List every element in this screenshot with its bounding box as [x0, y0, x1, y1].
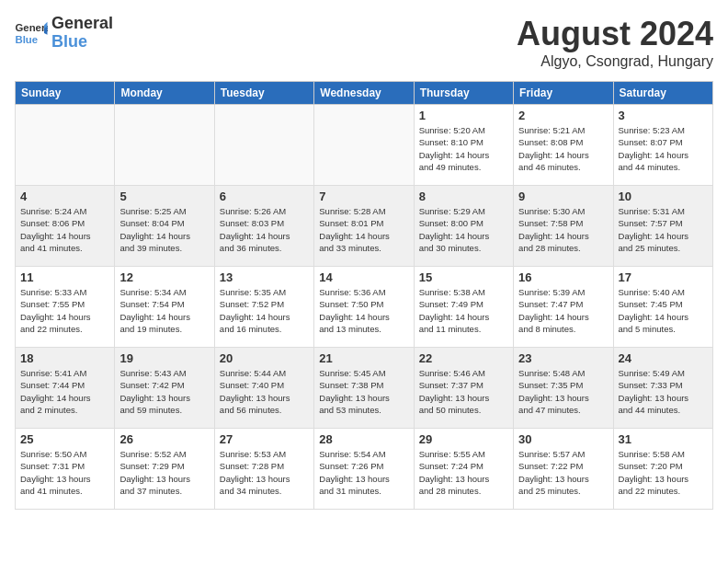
calendar-cell: 22Sunrise: 5:46 AM Sunset: 7:37 PM Dayli…	[414, 348, 513, 429]
logo-text: General Blue	[51, 15, 113, 52]
day-number: 18	[20, 351, 109, 365]
weekday-header-sunday: Sunday	[16, 82, 115, 105]
calendar-cell: 7Sunrise: 5:28 AM Sunset: 8:01 PM Daylig…	[314, 186, 414, 267]
calendar-cell	[314, 105, 414, 186]
calendar-table: SundayMondayTuesdayWednesdayThursdayFrid…	[15, 81, 713, 510]
day-info: Sunrise: 5:28 AM Sunset: 8:01 PM Dayligh…	[319, 205, 408, 254]
day-info: Sunrise: 5:55 AM Sunset: 7:24 PM Dayligh…	[419, 448, 508, 497]
day-number: 19	[119, 351, 209, 365]
calendar-cell: 19Sunrise: 5:43 AM Sunset: 7:42 PM Dayli…	[115, 348, 214, 429]
day-info: Sunrise: 5:45 AM Sunset: 7:38 PM Dayligh…	[319, 367, 408, 416]
day-number: 7	[319, 190, 408, 203]
day-info: Sunrise: 5:26 AM Sunset: 8:03 PM Dayligh…	[220, 205, 309, 254]
day-number: 10	[619, 190, 708, 203]
day-number: 16	[518, 270, 608, 284]
day-info: Sunrise: 5:58 AM Sunset: 7:20 PM Dayligh…	[619, 448, 708, 497]
calendar-cell: 21Sunrise: 5:45 AM Sunset: 7:38 PM Dayli…	[314, 348, 414, 429]
calendar-cell	[214, 105, 313, 186]
calendar-cell: 27Sunrise: 5:53 AM Sunset: 7:28 PM Dayli…	[214, 429, 313, 510]
day-number: 15	[419, 270, 508, 284]
day-info: Sunrise: 5:23 AM Sunset: 8:07 PM Dayligh…	[619, 124, 708, 173]
calendar-subtitle: Algyo, Csongrad, Hungary	[517, 53, 713, 70]
day-info: Sunrise: 5:53 AM Sunset: 7:28 PM Dayligh…	[220, 448, 309, 497]
day-number: 9	[518, 190, 608, 203]
day-info: Sunrise: 5:34 AM Sunset: 7:54 PM Dayligh…	[119, 286, 209, 335]
day-number: 23	[518, 351, 608, 365]
day-info: Sunrise: 5:36 AM Sunset: 7:50 PM Dayligh…	[319, 286, 408, 335]
calendar-week-row: 1Sunrise: 5:20 AM Sunset: 8:10 PM Daylig…	[16, 105, 713, 186]
calendar-cell	[115, 105, 214, 186]
calendar-cell: 8Sunrise: 5:29 AM Sunset: 8:00 PM Daylig…	[414, 186, 513, 267]
day-number: 14	[319, 270, 408, 284]
day-info: Sunrise: 5:35 AM Sunset: 7:52 PM Dayligh…	[220, 286, 309, 335]
day-info: Sunrise: 5:50 AM Sunset: 7:31 PM Dayligh…	[20, 448, 109, 497]
calendar-cell: 5Sunrise: 5:25 AM Sunset: 8:04 PM Daylig…	[115, 186, 214, 267]
day-info: Sunrise: 5:33 AM Sunset: 7:55 PM Dayligh…	[20, 286, 109, 335]
calendar-cell: 16Sunrise: 5:39 AM Sunset: 7:47 PM Dayli…	[514, 267, 613, 348]
day-info: Sunrise: 5:20 AM Sunset: 8:10 PM Dayligh…	[419, 124, 508, 173]
logo: General Blue General Blue	[15, 15, 113, 52]
calendar-cell: 11Sunrise: 5:33 AM Sunset: 7:55 PM Dayli…	[16, 267, 115, 348]
calendar-cell: 25Sunrise: 5:50 AM Sunset: 7:31 PM Dayli…	[16, 429, 115, 510]
day-number: 27	[220, 432, 309, 446]
day-info: Sunrise: 5:43 AM Sunset: 7:42 PM Dayligh…	[119, 367, 209, 416]
day-number: 31	[619, 432, 708, 446]
day-number: 25	[20, 432, 109, 446]
weekday-header-monday: Monday	[115, 82, 214, 105]
calendar-cell: 15Sunrise: 5:38 AM Sunset: 7:49 PM Dayli…	[414, 267, 513, 348]
day-info: Sunrise: 5:25 AM Sunset: 8:04 PM Dayligh…	[119, 205, 209, 254]
weekday-header-friday: Friday	[514, 82, 613, 105]
day-info: Sunrise: 5:39 AM Sunset: 7:47 PM Dayligh…	[518, 286, 608, 335]
svg-text:Blue: Blue	[16, 33, 39, 44]
day-number: 2	[518, 109, 608, 122]
calendar-cell: 24Sunrise: 5:49 AM Sunset: 7:33 PM Dayli…	[613, 348, 712, 429]
day-info: Sunrise: 5:29 AM Sunset: 8:00 PM Dayligh…	[419, 205, 508, 254]
calendar-cell: 14Sunrise: 5:36 AM Sunset: 7:50 PM Dayli…	[314, 267, 414, 348]
calendar-week-row: 4Sunrise: 5:24 AM Sunset: 8:06 PM Daylig…	[16, 186, 713, 267]
calendar-cell: 13Sunrise: 5:35 AM Sunset: 7:52 PM Dayli…	[214, 267, 313, 348]
calendar-cell: 3Sunrise: 5:23 AM Sunset: 8:07 PM Daylig…	[613, 105, 712, 186]
calendar-week-row: 25Sunrise: 5:50 AM Sunset: 7:31 PM Dayli…	[16, 429, 713, 510]
day-info: Sunrise: 5:41 AM Sunset: 7:44 PM Dayligh…	[20, 367, 109, 416]
calendar-cell: 2Sunrise: 5:21 AM Sunset: 8:08 PM Daylig…	[514, 105, 613, 186]
day-number: 26	[119, 432, 209, 446]
day-number: 29	[419, 432, 508, 446]
calendar-cell: 29Sunrise: 5:55 AM Sunset: 7:24 PM Dayli…	[414, 429, 513, 510]
calendar-cell: 18Sunrise: 5:41 AM Sunset: 7:44 PM Dayli…	[16, 348, 115, 429]
day-number: 20	[220, 351, 309, 365]
day-number: 21	[319, 351, 408, 365]
calendar-cell: 10Sunrise: 5:31 AM Sunset: 7:57 PM Dayli…	[613, 186, 712, 267]
calendar-week-row: 11Sunrise: 5:33 AM Sunset: 7:55 PM Dayli…	[16, 267, 713, 348]
weekday-header-wednesday: Wednesday	[314, 82, 414, 105]
day-number: 17	[619, 270, 708, 284]
calendar-week-row: 18Sunrise: 5:41 AM Sunset: 7:44 PM Dayli…	[16, 348, 713, 429]
calendar-cell: 20Sunrise: 5:44 AM Sunset: 7:40 PM Dayli…	[214, 348, 313, 429]
day-number: 22	[419, 351, 508, 365]
calendar-cell: 28Sunrise: 5:54 AM Sunset: 7:26 PM Dayli…	[314, 429, 414, 510]
day-number: 3	[619, 109, 708, 122]
day-number: 4	[20, 190, 109, 203]
svg-text:General: General	[16, 22, 49, 33]
day-number: 12	[119, 270, 209, 284]
calendar-cell: 4Sunrise: 5:24 AM Sunset: 8:06 PM Daylig…	[16, 186, 115, 267]
day-number: 30	[518, 432, 608, 446]
weekday-header-saturday: Saturday	[613, 82, 712, 105]
day-number: 5	[119, 190, 209, 203]
day-info: Sunrise: 5:48 AM Sunset: 7:35 PM Dayligh…	[518, 367, 608, 416]
calendar-cell: 12Sunrise: 5:34 AM Sunset: 7:54 PM Dayli…	[115, 267, 214, 348]
calendar-cell: 26Sunrise: 5:52 AM Sunset: 7:29 PM Dayli…	[115, 429, 214, 510]
day-info: Sunrise: 5:21 AM Sunset: 8:08 PM Dayligh…	[518, 124, 608, 173]
day-info: Sunrise: 5:40 AM Sunset: 7:45 PM Dayligh…	[619, 286, 708, 335]
calendar-cell: 1Sunrise: 5:20 AM Sunset: 8:10 PM Daylig…	[414, 105, 513, 186]
calendar-cell	[16, 105, 115, 186]
day-info: Sunrise: 5:52 AM Sunset: 7:29 PM Dayligh…	[119, 448, 209, 497]
logo-icon: General Blue	[15, 20, 48, 46]
day-number: 24	[619, 351, 708, 365]
day-number: 13	[220, 270, 309, 284]
calendar-cell: 31Sunrise: 5:58 AM Sunset: 7:20 PM Dayli…	[613, 429, 712, 510]
day-number: 1	[419, 109, 508, 122]
calendar-title: August 2024	[517, 15, 713, 53]
calendar-cell: 6Sunrise: 5:26 AM Sunset: 8:03 PM Daylig…	[214, 186, 313, 267]
calendar-cell: 9Sunrise: 5:30 AM Sunset: 7:58 PM Daylig…	[514, 186, 613, 267]
day-info: Sunrise: 5:57 AM Sunset: 7:22 PM Dayligh…	[518, 448, 608, 497]
